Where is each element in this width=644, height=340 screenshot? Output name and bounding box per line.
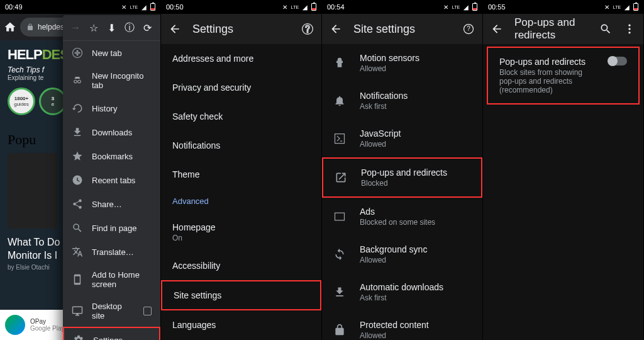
help-icon[interactable]	[301, 23, 314, 35]
setting-accessibility[interactable]: Accessibility	[161, 251, 321, 280]
menu-recent-tabs[interactable]: Recent tabs	[63, 168, 160, 192]
menu-bookmarks[interactable]: Bookmarks	[63, 144, 160, 168]
signal-icon: ◢	[623, 3, 631, 11]
menu-incognito[interactable]: New Incognito tab	[63, 65, 160, 96]
setting-addresses[interactable]: Addresses and more	[161, 44, 321, 73]
help-icon[interactable]: ?	[462, 23, 475, 35]
panel-site-settings: 00:54 ✕LTE◢ Site settings ? Motion senso…	[322, 0, 483, 340]
setting-theme[interactable]: Theme	[161, 160, 321, 189]
menu-downloads[interactable]: Downloads	[63, 120, 160, 144]
site-setting-motion[interactable]: Motion sensorsAllowed	[322, 44, 482, 82]
js-icon	[333, 132, 346, 145]
translate-icon	[72, 246, 83, 258]
bell-icon	[333, 94, 346, 107]
lock-icon	[26, 23, 34, 31]
settings-header: Settings	[161, 14, 321, 44]
setting-site-settings[interactable]: Site settings	[161, 280, 321, 310]
lte-icon: LTE	[452, 3, 460, 11]
battery-icon	[472, 3, 477, 11]
setting-languages[interactable]: Languages	[161, 310, 321, 339]
desktop-checkbox[interactable]	[143, 307, 152, 315]
share-icon	[72, 198, 83, 210]
incognito-icon	[72, 75, 83, 86]
badge-guides: 1800+guides	[8, 88, 35, 115]
signal-icon: ◢	[140, 3, 148, 11]
menu-new-tab[interactable]: New tab	[63, 41, 160, 65]
back-icon[interactable]	[169, 23, 181, 35]
status-bar: 00:49 ✕ LTE ◢	[0, 0, 160, 14]
setting-homepage[interactable]: HomepageOn	[161, 213, 321, 251]
forward-icon[interactable]: →	[69, 21, 82, 34]
lte-icon: LTE	[613, 3, 621, 11]
history-icon	[72, 103, 83, 114]
status-icons: ✕LTE◢	[442, 3, 477, 11]
site-setting-lock[interactable]: Protected contentAllowed	[322, 311, 482, 340]
site-setting-sync[interactable]: Background syncAllowed	[322, 235, 482, 273]
settings-title: Settings	[192, 23, 290, 36]
clock: 00:55	[488, 3, 506, 11]
clock: 00:49	[5, 3, 23, 11]
status-bar: 00:54 ✕LTE◢	[322, 0, 482, 14]
back-icon[interactable]	[491, 23, 503, 35]
svg-point-6	[628, 31, 630, 33]
popups-title: Pop-ups and redirects	[514, 16, 588, 42]
mute-icon: ✕	[120, 3, 128, 11]
setting-privacy[interactable]: Privacy and security	[161, 73, 321, 102]
download-icon	[72, 127, 83, 138]
setting-notifications[interactable]: Notifications	[161, 131, 321, 160]
svg-point-5	[628, 28, 630, 30]
toggle-switch[interactable]	[608, 57, 627, 65]
settings-list: Addresses and more Privacy and security …	[161, 44, 321, 340]
plus-icon	[72, 47, 83, 59]
site-setting-ads[interactable]: AdsBlocked on some sites	[322, 198, 482, 235]
menu-history[interactable]: History	[63, 96, 160, 120]
menu-top-row: → ☆ ⬇ ⓘ ⟳	[63, 15, 160, 41]
more-icon[interactable]	[623, 23, 636, 35]
site-setting-popup[interactable]: Pop-ups and redirectsBlocked	[322, 157, 482, 198]
ads-icon	[333, 210, 346, 223]
clock: 00:50	[166, 3, 184, 11]
site-setting-js[interactable]: JavaScriptAllowed	[322, 120, 482, 157]
svg-point-4	[628, 25, 630, 26]
info-icon[interactable]: ⓘ	[123, 21, 136, 34]
menu-translate[interactable]: Translate…	[63, 240, 160, 264]
ad-app-icon	[5, 315, 25, 335]
star-icon	[72, 150, 83, 162]
advanced-label: Advanced	[161, 189, 321, 213]
motion-icon	[333, 57, 346, 69]
site-setting-dl[interactable]: Automatic downloadsAsk first	[322, 273, 482, 311]
home-icon[interactable]	[4, 21, 16, 33]
refresh-icon[interactable]: ⟳	[142, 21, 154, 34]
site-setting-bell[interactable]: NotificationsAsk first	[322, 82, 482, 120]
svg-point-1	[78, 80, 81, 83]
popup-icon	[335, 171, 347, 184]
status-bar: 00:55 ✕LTE◢	[483, 0, 643, 14]
menu-settings[interactable]: Settings	[63, 327, 160, 340]
dl-icon	[333, 286, 346, 298]
svg-text:?: ?	[467, 25, 470, 32]
download-icon[interactable]: ⬇	[105, 21, 118, 34]
panel-settings: 00:50 ✕LTE◢ Settings Addresses and more …	[161, 0, 322, 340]
popups-toggle-row[interactable]: Pop-ups and redirects Block sites from s…	[487, 47, 640, 105]
toggle-label: Pop-ups and redirects	[499, 57, 594, 67]
panel-popups: 00:55 ✕LTE◢ Pop-ups and redirects Pop-up…	[483, 0, 644, 340]
menu-find[interactable]: Find in page	[63, 216, 160, 240]
svg-point-0	[74, 80, 77, 83]
lte-icon: LTE	[130, 3, 138, 11]
lock-icon	[333, 324, 346, 336]
battery-icon	[633, 3, 638, 11]
back-icon[interactable]	[330, 23, 342, 35]
menu-desktop[interactable]: Desktop site	[63, 295, 160, 327]
star-icon[interactable]: ☆	[87, 21, 100, 34]
status-icons: ✕LTE◢	[603, 3, 638, 11]
article-card[interactable]	[8, 153, 58, 229]
menu-add-home[interactable]: Add to Home screen	[63, 264, 160, 295]
search-icon[interactable]	[599, 23, 612, 35]
mute-icon: ✕	[442, 3, 450, 11]
site-settings-list: Motion sensorsAllowedNotificationsAsk fi…	[322, 44, 482, 340]
menu-share[interactable]: Share…	[63, 192, 160, 216]
popups-header: Pop-ups and redirects	[483, 14, 643, 44]
status-icons: ✕ LTE ◢	[120, 3, 155, 11]
setting-safety[interactable]: Safety check	[161, 102, 321, 131]
signal-icon: ◢	[301, 3, 309, 11]
